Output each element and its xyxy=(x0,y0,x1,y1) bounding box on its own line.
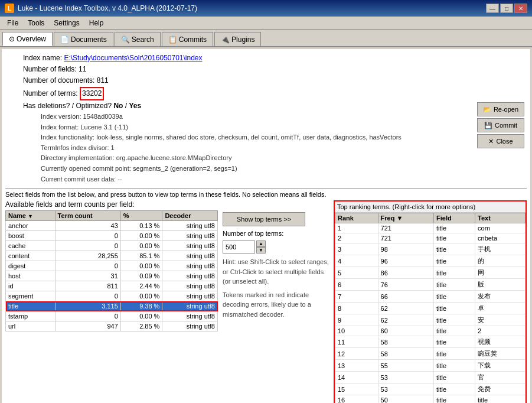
num-documents: 811 xyxy=(97,76,109,84)
table-row[interactable]: 1 721 title com xyxy=(335,223,526,233)
window-controls[interactable]: — □ ✕ xyxy=(486,4,527,13)
table-row[interactable]: 2 721 title cnbeta xyxy=(335,233,526,243)
top-terms-input[interactable] xyxy=(223,240,255,254)
table-row[interactable]: 3 98 title 手机 xyxy=(335,243,526,255)
menu-tools[interactable]: Tools xyxy=(23,18,49,28)
text-cell: 发布 xyxy=(475,291,526,303)
index-info: Index name: E:\Study\documents\Solr\2016… xyxy=(5,53,527,184)
col-name[interactable]: Name ▼ xyxy=(6,211,56,221)
table-row[interactable]: 10 60 title 2 xyxy=(335,326,526,336)
table-row[interactable]: url 947 2.85 % string utf8 xyxy=(6,321,218,332)
table-row[interactable]: boost 0 0.00 % string utf8 xyxy=(6,231,218,241)
table-row[interactable]: 9 62 title 安 xyxy=(335,314,526,326)
field-name-cell: id xyxy=(6,281,56,291)
col-decoder[interactable]: Decoder xyxy=(162,211,218,221)
table-row[interactable]: segment 0 0.00 % string utf8 xyxy=(6,291,218,301)
index-name: E:\Study\documents\Solr\2016050701\index xyxy=(64,54,202,62)
table-row[interactable]: cache 0 0.00 % string utf8 xyxy=(6,241,218,251)
table-row[interactable]: content 28,255 85.1 % string utf8 xyxy=(6,251,218,261)
terminfos-divisor: 1 xyxy=(111,144,115,151)
col-pct[interactable]: % xyxy=(120,211,162,221)
field-termcount-cell: 31 xyxy=(55,271,120,281)
middle-panel: Show top terms >> Number of top terms: ▲… xyxy=(223,200,329,403)
text-cell: 视频 xyxy=(475,336,526,348)
text-cell: 安 xyxy=(475,314,526,326)
text-cell: 免费 xyxy=(475,384,526,395)
rank-cell: 5 xyxy=(335,267,378,279)
tab-plugins[interactable]: 🔌 Plugins xyxy=(214,32,261,46)
field-cell: title xyxy=(434,314,475,326)
title-bar: L Luke - Lucene Index Toolbox, v 4.0_ALP… xyxy=(0,0,532,17)
field-cell: title xyxy=(434,243,475,255)
field-termcount-cell: 811 xyxy=(55,281,120,291)
menu-settings[interactable]: Settings xyxy=(49,18,84,28)
table-row[interactable]: 7 66 title 发布 xyxy=(335,291,526,303)
tab-commits[interactable]: 📋 Commits xyxy=(162,32,213,46)
field-cell: title xyxy=(434,233,475,243)
table-row[interactable]: title 3,115 9.38 % string utf8 xyxy=(6,301,218,311)
table-row[interactable]: 15 53 title 免费 xyxy=(335,384,526,395)
minimize-button[interactable]: — xyxy=(486,4,499,13)
rank-col-text[interactable]: Text xyxy=(475,213,526,223)
table-row[interactable]: id 811 2.44 % string utf8 xyxy=(6,281,218,291)
text-cell: com xyxy=(475,223,526,233)
tab-search[interactable]: 🔍 Search xyxy=(115,32,161,46)
reopen-button[interactable]: 📂 Re-open xyxy=(477,102,524,116)
rank-cell: 4 xyxy=(335,255,378,267)
menu-file[interactable]: File xyxy=(2,18,23,28)
ranking-panel: Top ranking terms. (Right-click for more… xyxy=(334,200,527,403)
freq-cell: 76 xyxy=(378,279,434,291)
sort-arrow-name: ▼ xyxy=(28,213,33,219)
menu-help[interactable]: Help xyxy=(84,18,109,28)
table-row[interactable]: 4 96 title 的 xyxy=(335,255,526,267)
freq-cell: 721 xyxy=(378,233,434,243)
rank-cell: 2 xyxy=(335,233,378,243)
table-row[interactable]: host 31 0.09 % string utf8 xyxy=(6,271,218,281)
field-cell: title xyxy=(434,336,475,348)
show-top-terms-button[interactable]: Show top terms >> xyxy=(223,212,305,226)
rank-col-field[interactable]: Field xyxy=(434,213,475,223)
table-row[interactable]: 6 76 title 版 xyxy=(335,279,526,291)
spinner-up[interactable]: ▲ xyxy=(256,240,266,247)
table-row[interactable]: 11 58 title 视频 xyxy=(335,336,526,348)
rank-cell: 1 xyxy=(335,223,378,233)
rank-cell: 14 xyxy=(335,372,378,384)
table-row[interactable]: anchor 43 0.13 % string utf8 xyxy=(6,221,218,231)
ranking-table-wrap[interactable]: Rank Freq ▼ Field Text 1 721 title com 2… xyxy=(335,213,526,403)
field-decoder-cell: string utf8 xyxy=(162,321,218,332)
freq-cell: 721 xyxy=(378,223,434,233)
table-row[interactable]: digest 0 0.00 % string utf8 xyxy=(6,261,218,271)
close-index-button[interactable]: ✕ Close xyxy=(477,134,524,148)
spinner-down[interactable]: ▼ xyxy=(256,247,266,254)
maximize-button[interactable]: □ xyxy=(500,4,513,13)
rank-col-freq[interactable]: Freq ▼ xyxy=(378,213,434,223)
overview-icon: ⊙ xyxy=(9,35,15,43)
table-row[interactable]: 16 50 title title xyxy=(335,395,526,403)
rank-cell: 6 xyxy=(335,279,378,291)
plugins-icon: 🔌 xyxy=(221,35,230,44)
field-cell: title xyxy=(434,326,475,336)
rank-col-rank[interactable]: Rank xyxy=(335,213,378,223)
rank-cell: 15 xyxy=(335,384,378,395)
col-termcount[interactable]: Term count xyxy=(55,211,120,221)
table-row[interactable]: tstamp 0 0.00 % string utf8 xyxy=(6,311,218,321)
overview-content: 📂 Re-open 💾 Commit ✕ Close Index name: E… xyxy=(2,49,530,403)
field-name-cell: boost xyxy=(6,231,56,241)
tab-overview[interactable]: ⊙ Overview xyxy=(2,32,53,46)
tab-documents[interactable]: 📄 Documents xyxy=(54,32,113,46)
ranking-title: Top ranking terms. (Right-click for more… xyxy=(335,202,526,213)
field-name-cell: segment xyxy=(6,291,56,301)
app-icon: L xyxy=(5,4,14,13)
table-row[interactable]: 8 62 title 卓 xyxy=(335,303,526,314)
table-row[interactable]: 5 86 title 网 xyxy=(335,267,526,279)
table-row[interactable]: 13 55 title 下载 xyxy=(335,360,526,372)
table-row[interactable]: 14 53 title 官 xyxy=(335,372,526,384)
tab-documents-label: Documents xyxy=(71,35,107,44)
field-cell: title xyxy=(434,303,475,314)
commit-button[interactable]: 💾 Commit xyxy=(477,118,524,132)
text-cell: 手机 xyxy=(475,243,526,255)
table-row[interactable]: 12 58 title 豌豆荚 xyxy=(335,348,526,360)
hint-text: Hint: use Shift-Click to select ranges, … xyxy=(223,257,329,287)
close-button[interactable]: ✕ xyxy=(514,4,527,13)
select-fields-msg: Select fields from the list below, and p… xyxy=(5,191,527,198)
